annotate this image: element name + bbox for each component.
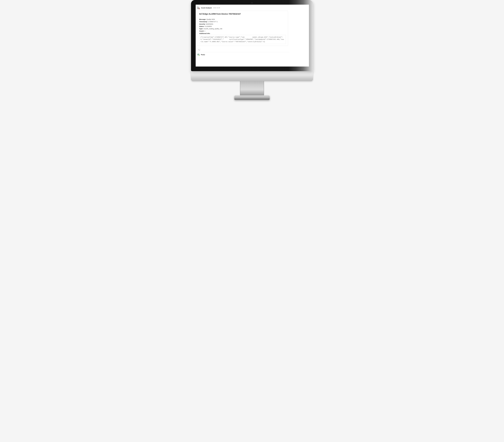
field-status: Status: CLEARED bbox=[199, 25, 286, 28]
sender-name[interactable]: Asset Analyzer bbox=[201, 7, 212, 9]
field-timestamp-value: 1728567277.1 bbox=[208, 21, 218, 22]
camera-notch bbox=[251, 3, 253, 3]
field-status-label: Status: bbox=[199, 25, 204, 27]
field-timestamp-label: Timestamp: bbox=[199, 21, 208, 22]
field-type-label: Type: bbox=[199, 28, 203, 30]
field-additional-info: Additional Info: bbox=[199, 32, 286, 35]
monitor-chin bbox=[191, 71, 313, 81]
chat-message-pane: IIOT Asset Analyzer 10/10 15:35 IIoT.Edg… bbox=[196, 5, 289, 67]
field-count-value: 1 bbox=[204, 30, 205, 32]
reply-row[interactable]: MS Reply bbox=[196, 52, 289, 57]
message-timestamp: 10/10 15:35 bbox=[213, 7, 220, 9]
svg-text:IIOT: IIOT bbox=[197, 7, 198, 7]
screen: IIOT Asset Analyzer 10/10 15:35 IIoT.Edg… bbox=[196, 5, 309, 67]
field-severity-label: Severity: bbox=[199, 23, 206, 25]
field-count-label: Count: bbox=[199, 30, 204, 32]
monitor-bezel: IIOT Asset Analyzer 10/10 15:35 IIoT.Edg… bbox=[191, 0, 313, 71]
alarm-card-title: IIoT.Edge ALARM from Device 70575632167 bbox=[199, 13, 286, 15]
svg-rect-1 bbox=[198, 9, 199, 9]
add-reaction-button[interactable]: ☺ + bbox=[197, 48, 200, 51]
field-type-value: muc09_coating_quality_nok bbox=[203, 28, 222, 30]
field-timestamp: Timestamp: 1728567277.1 bbox=[199, 20, 286, 23]
reply-label: Reply bbox=[201, 54, 205, 55]
field-severity-value: WARNING bbox=[206, 23, 213, 25]
field-message-value: Quality NOK bbox=[207, 18, 215, 20]
field-count: Count: 1 bbox=[199, 30, 286, 32]
alarm-card: IIoT.Edge ALARM from Device 70575632167 … bbox=[197, 11, 288, 46]
field-type: Type: muc09_coating_quality_nok bbox=[199, 28, 286, 30]
monitor-mockup: IIOT Asset Analyzer 10/10 15:35 IIoT.Edg… bbox=[191, 0, 313, 100]
monitor-foot bbox=[234, 95, 270, 100]
plus-icon: + bbox=[199, 50, 200, 51]
bot-avatar-icon: IIOT bbox=[197, 6, 200, 9]
message-header: IIOT Asset Analyzer 10/10 15:35 bbox=[196, 6, 289, 11]
additional-info-json[interactable]: {"creationTime":1728567277.307,"source.t… bbox=[199, 35, 286, 44]
field-additional-info-label: Additional Info: bbox=[199, 33, 210, 34]
field-message-label: Message: bbox=[199, 18, 206, 20]
monitor-neck bbox=[240, 81, 264, 95]
reaction-bar: ☺ + bbox=[196, 47, 289, 52]
field-status-value: CLEARED bbox=[205, 25, 212, 27]
user-avatar: MS bbox=[197, 53, 200, 56]
field-severity: Severity: WARNING bbox=[199, 23, 286, 25]
presence-available-icon bbox=[199, 55, 200, 56]
field-message: Message: Quality NOK bbox=[199, 18, 286, 20]
